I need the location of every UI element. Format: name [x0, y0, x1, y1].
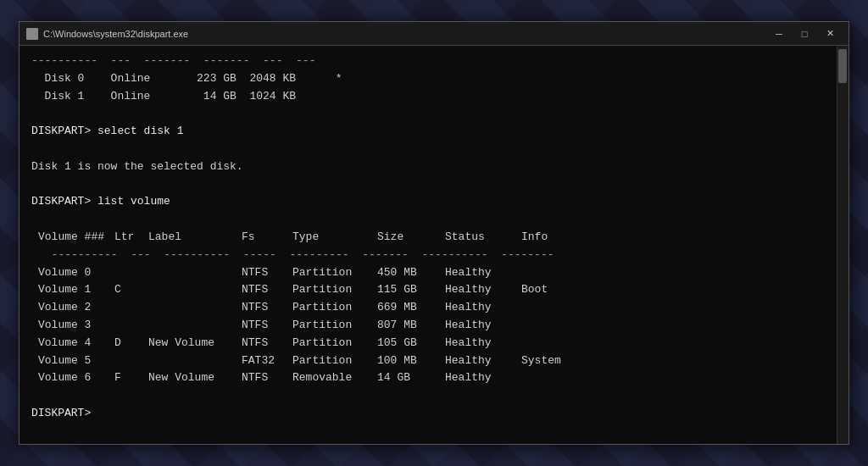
cell-fs: NTFS: [242, 369, 292, 387]
cell-status: Healthy: [445, 299, 521, 317]
cell-info: System: [521, 352, 589, 370]
scrollbar-thumb[interactable]: [838, 49, 847, 83]
disk0-line: Disk 0 Online 223 GB 2048 KB *: [31, 70, 837, 88]
cell-ltr: [114, 299, 148, 317]
table-row: Volume 2 NTFS Partition 669 MBHealthy: [38, 299, 589, 317]
cell-type: Partition: [292, 335, 377, 352]
terminal-content: ---------- --- ------- ------- --- --- D…: [19, 46, 849, 444]
cell-type: Partition: [292, 317, 377, 335]
cell-ltr: C: [114, 281, 148, 299]
cell-label: [148, 264, 242, 282]
close-button[interactable]: ✕: [818, 26, 842, 42]
title-bar: C:\Windows\system32\diskpart.exe ─ □ ✕: [19, 22, 849, 46]
table-row: Volume 3 NTFS Partition 807 MBHealthy: [38, 317, 589, 335]
cell-status: Healthy: [445, 335, 521, 352]
title-bar-buttons: ─ □ ✕: [767, 26, 842, 42]
cell-num: Volume 2: [38, 299, 114, 317]
maximize-button[interactable]: □: [793, 26, 816, 42]
table-row: Volume 5 FAT32Partition 100 MBHealthySys…: [38, 352, 589, 370]
cell-size: 807 MB: [377, 317, 445, 335]
cell-type: Partition: [292, 352, 377, 370]
window-title: C:\Windows\system32\diskpart.exe: [43, 29, 188, 39]
table-row: Volume 1 C NTFS Partition 115 GBHealthyB…: [38, 281, 589, 299]
minimize-button[interactable]: ─: [767, 26, 791, 42]
header-type: Type: [292, 229, 377, 247]
volume-table-sep-row: ---------- --- ---------- ----- --------…: [38, 247, 589, 264]
cell-type: Removable: [292, 369, 377, 387]
cmd2-line: DISKPART> list volume: [31, 193, 837, 211]
result1-line: Disk 1 is now the selected disk.: [31, 158, 837, 176]
cell-num: Volume 3: [38, 317, 114, 335]
cell-info: [521, 335, 589, 352]
cell-info: [521, 264, 589, 282]
cell-size: 450 MB: [377, 264, 445, 282]
cell-size: 105 GB: [377, 335, 445, 352]
disk-list-header: ---------- --- ------- ------- --- ---: [31, 53, 837, 70]
window-icon: [26, 28, 38, 40]
disk1-line: Disk 1 Online 14 GB 1024 KB: [31, 88, 837, 106]
cell-label: New Volume: [148, 335, 242, 352]
cell-status: Healthy: [445, 317, 521, 335]
cell-fs: NTFS: [242, 299, 292, 317]
cell-status: Healthy: [445, 264, 521, 282]
empty-line-2: [31, 141, 837, 158]
cell-label: [148, 352, 242, 370]
header-info: Info: [521, 229, 589, 247]
header-size: Size: [377, 229, 445, 247]
cell-info: [521, 299, 589, 317]
cell-fs: FAT32: [242, 352, 292, 370]
cell-num: Volume 4: [38, 335, 114, 352]
volume-table-header-row: Volume ### Ltr Label Fs Type Size Status…: [38, 229, 589, 247]
volume-sep: ---------- --- ---------- ----- --------…: [38, 247, 589, 264]
cell-type: Partition: [292, 299, 377, 317]
cell-type: Partition: [292, 281, 377, 299]
header-fs: Fs: [242, 229, 292, 247]
header-ltr: Ltr: [114, 229, 148, 247]
empty-line-3: [31, 176, 837, 194]
header-volume: Volume ###: [38, 229, 114, 247]
header-label: Label: [148, 229, 242, 247]
cell-info: Boot: [521, 281, 589, 299]
empty-line-1: [31, 105, 837, 123]
cell-label: [148, 299, 242, 317]
cell-info: [521, 369, 589, 387]
volume-table-body: Volume 0 NTFS Partition 450 MBHealthy Vo…: [38, 264, 589, 388]
cell-label: [148, 317, 242, 335]
cell-label: New Volume: [148, 369, 242, 387]
cell-info: [521, 317, 589, 335]
scrollbar[interactable]: [837, 46, 849, 444]
cell-status: Healthy: [445, 281, 521, 299]
cell-status: Healthy: [445, 369, 521, 387]
svg-rect-0: [29, 31, 36, 37]
table-row: Volume 6 F New Volume NTFS Removable 14 …: [38, 369, 589, 387]
empty-line-4: [31, 211, 837, 229]
cell-type: Partition: [292, 264, 377, 282]
volume-table: Volume ### Ltr Label Fs Type Size Status…: [38, 229, 589, 387]
cell-fs: NTFS: [242, 317, 292, 335]
cell-ltr: [114, 317, 148, 335]
cell-status: Healthy: [445, 352, 521, 370]
cell-size: 669 MB: [377, 299, 445, 317]
cell-num: Volume 5: [38, 352, 114, 370]
header-status: Status: [445, 229, 521, 247]
cell-fs: NTFS: [242, 264, 292, 282]
title-bar-left: C:\Windows\system32\diskpart.exe: [26, 28, 188, 40]
cell-ltr: [114, 352, 148, 370]
cell-fs: NTFS: [242, 335, 292, 352]
cmd3-line: DISKPART>: [31, 405, 837, 423]
cell-ltr: F: [114, 369, 148, 387]
terminal-window: C:\Windows\system32\diskpart.exe ─ □ ✕ -…: [19, 21, 849, 445]
cell-fs: NTFS: [242, 281, 292, 299]
cell-size: 14 GB: [377, 369, 445, 387]
table-row: Volume 4 D New Volume NTFS Partition 105…: [38, 335, 589, 352]
cell-size: 115 GB: [377, 281, 445, 299]
cell-num: Volume 0: [38, 264, 114, 282]
cell-size: 100 MB: [377, 352, 445, 370]
empty-line-5: [31, 387, 837, 405]
cell-num: Volume 1: [38, 281, 114, 299]
cell-label: [148, 281, 242, 299]
cell-ltr: D: [114, 335, 148, 352]
cmd1-line: DISKPART> select disk 1: [31, 123, 837, 141]
cell-ltr: [114, 264, 148, 282]
table-row: Volume 0 NTFS Partition 450 MBHealthy: [38, 264, 589, 282]
